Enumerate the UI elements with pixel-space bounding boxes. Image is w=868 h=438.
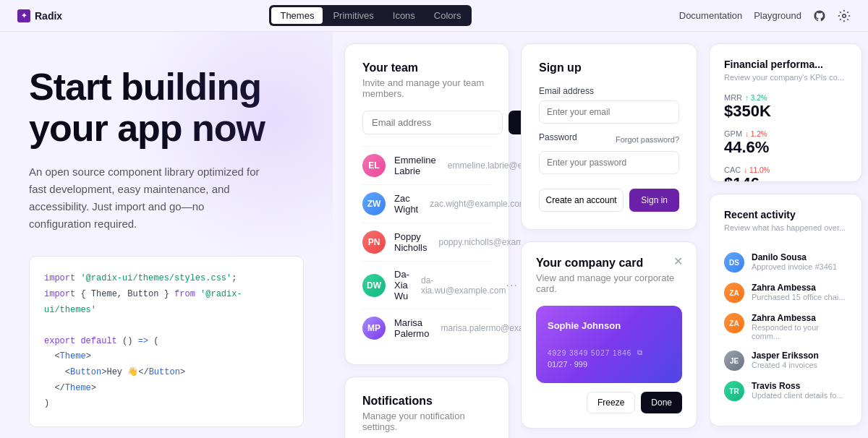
hero-description: An open source component library optimiz… — [29, 163, 260, 233]
metric-row: MRR ↑ 3.2% $350K — [724, 93, 847, 121]
far-right-panels: Financial performa... Review your compan… — [709, 32, 868, 438]
metric-trend: ↓ 11.0% — [744, 166, 770, 174]
password-row: Password Forgot password? — [539, 132, 679, 147]
invite-input[interactable] — [362, 111, 503, 134]
metric-value: $146 — [724, 174, 847, 182]
form-buttons: Create an account Sign in — [539, 189, 679, 212]
card-actions: Freeze Done — [536, 392, 682, 413]
activity-avatar: JE — [724, 351, 744, 371]
metric-trend: ↑ 3.2% — [745, 94, 767, 102]
documentation-link[interactable]: Documentation — [679, 10, 742, 21]
settings-icon[interactable] — [838, 9, 851, 22]
activity-avatar: DS — [724, 252, 744, 272]
team-member: DW Da-Xia Wu da-xia.wu@example.com ··· — [362, 261, 491, 309]
nav-left: ✦ Radix — [17, 9, 62, 22]
financial-subtitle: Review your company's KPIs co... — [724, 73, 847, 82]
activity-desc: Purchased 15 office chai... — [752, 293, 845, 301]
email-input[interactable] — [539, 100, 679, 124]
financial-title: Financial performa... — [724, 59, 847, 70]
member-email: da-xia.wu@example.com — [421, 275, 506, 296]
team-card-title: Your team — [362, 61, 491, 74]
github-icon[interactable] — [813, 9, 826, 22]
password-label: Password — [539, 132, 577, 142]
metric-label: GPM ↓ 1.2% — [724, 129, 847, 138]
team-member: PN Poppy Nicholls poppy.nicholls@example… — [362, 223, 491, 261]
metric-label: MRR ↑ 3.2% — [724, 93, 847, 102]
svg-point-0 — [843, 14, 846, 17]
team-members-list: EL Emmeline Labrie emmeline.labrie@examp… — [362, 146, 491, 347]
nav-right: Documentation Playground — [679, 9, 851, 22]
activity-desc: Created 4 invoices — [752, 361, 819, 369]
member-more-button[interactable]: ··· — [506, 279, 518, 292]
activity-name: Travis Ross — [752, 381, 843, 391]
activity-avatar: TR — [724, 381, 744, 401]
member-name: Emmeline Labrie — [394, 155, 436, 176]
team-card: Your team Invite and manage your team me… — [344, 43, 509, 365]
metric-value: $350K — [724, 102, 847, 121]
team-card-subtitle: Invite and manage your team members. — [362, 77, 491, 99]
activity-item: JE Jasper Eriksson Created 4 invoices — [724, 351, 847, 371]
avatar: DW — [362, 274, 386, 297]
activity-name: Zahra Ambessa — [752, 313, 847, 323]
metric-value: 44.6% — [724, 138, 847, 157]
metric-row: CAC ↓ 11.0% $146 — [724, 166, 847, 182]
nav-tabs: Themes Primitives Icons Colors — [269, 5, 472, 26]
activity-item: ZA Zahra Ambessa Purchased 15 office cha… — [724, 283, 847, 303]
logo-icon: ✦ — [17, 9, 30, 22]
activity-name: Zahra Ambessa — [752, 283, 845, 293]
team-member: ZW Zac Wight zac.wight@example.com ··· — [362, 184, 491, 223]
tab-themes[interactable]: Themes — [271, 7, 323, 24]
member-name: Zac Wight — [394, 193, 418, 215]
member-email: poppy.nicholls@example.com — [439, 237, 521, 247]
activity-item: ZA Zahra Ambessa Responded to your comm.… — [724, 313, 847, 340]
company-card-title: Your company card — [536, 257, 682, 270]
activity-subtitle: Review what has happened over... — [724, 223, 847, 232]
logo-text: Radix — [35, 10, 62, 22]
metric-label: CAC ↓ 11.0% — [724, 166, 847, 174]
main: Start building your app now An open sour… — [0, 32, 868, 438]
activity-card: Recent activity Review what has happened… — [709, 194, 862, 426]
metric-row: GPM ↓ 1.2% 44.6% — [724, 129, 847, 157]
forgot-password-link[interactable]: Forgot password? — [616, 135, 679, 144]
activity-items: DS Danilo Sousa Approved invoice #3461 Z… — [724, 252, 847, 401]
financial-metrics: MRR ↑ 3.2% $350K GPM ↓ 1.2% 44.6% CAC ↓ … — [724, 93, 847, 182]
member-name: Marisa Palermo — [394, 317, 429, 339]
top-nav: ✦ Radix Themes Primitives Icons Colors D… — [0, 0, 868, 32]
credit-card: Sophie Johnson 4929 3849 5027 1846 ⧉ 01/… — [536, 306, 682, 383]
activity-desc: Approved invoice #3461 — [752, 262, 837, 271]
copy-icon[interactable]: ⧉ — [637, 348, 643, 357]
avatar: EL — [362, 154, 386, 177]
avatar: MP — [362, 317, 386, 340]
company-card-subtitle: View and manage your corporate card. — [536, 272, 682, 294]
signup-card: Sign up Email address Password Forgot pa… — [521, 43, 697, 230]
notifications-title: Notifications — [362, 395, 491, 408]
done-button[interactable]: Done — [641, 392, 682, 413]
activity-avatar: ZA — [724, 283, 744, 303]
create-account-button[interactable]: Create an account — [539, 189, 624, 212]
company-card-close[interactable]: ✕ — [671, 254, 685, 268]
tab-colors[interactable]: Colors — [425, 7, 470, 24]
right-panels: Sign up Email address Password Forgot pa… — [521, 32, 709, 438]
activity-avatar: ZA — [724, 313, 744, 333]
activity-title: Recent activity — [724, 209, 847, 220]
invite-button[interactable]: Invite — [509, 111, 521, 134]
playground-link[interactable]: Playground — [754, 10, 801, 21]
metric-trend: ↓ 1.2% — [745, 130, 767, 138]
activity-item: TR Travis Ross Updated client details fo… — [724, 381, 847, 401]
tab-primitives[interactable]: Primitives — [324, 7, 382, 24]
tab-icons[interactable]: Icons — [384, 7, 424, 24]
activity-name: Jasper Eriksson — [752, 351, 819, 361]
card-number: 4929 3849 5027 1846 ⧉ — [548, 348, 671, 357]
notifications-card: Notifications Manage your notification s… — [344, 377, 509, 438]
member-email: emmeline.labrie@example.com — [448, 160, 521, 171]
logo: ✦ Radix — [17, 9, 62, 22]
team-member: MP Marisa Palermo marisa.palermo@example… — [362, 309, 491, 347]
card-expiry: 01/27 · 999 — [548, 360, 671, 369]
member-name: Poppy Nicholls — [394, 231, 427, 253]
freeze-button[interactable]: Freeze — [587, 392, 635, 413]
signin-button[interactable]: Sign in — [629, 189, 679, 212]
notifications-subtitle: Manage your notification settings. — [362, 411, 491, 432]
password-input[interactable] — [539, 151, 679, 174]
middle-panels: Your team Invite and manage your team me… — [333, 32, 521, 438]
company-card: Your company card View and manage your c… — [521, 241, 697, 429]
